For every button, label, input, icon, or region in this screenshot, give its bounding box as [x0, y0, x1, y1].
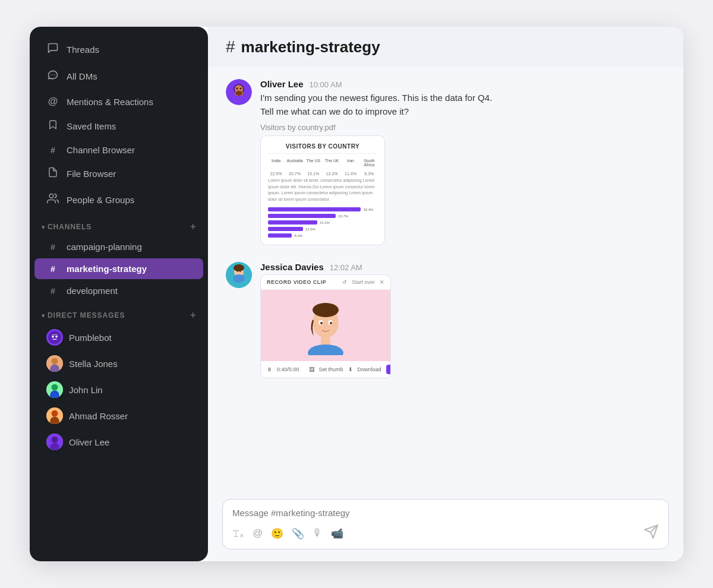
all-dms-label: All DMs [67, 71, 97, 81]
svg-point-37 [320, 322, 323, 324]
channel-hash: # [226, 37, 235, 56]
attachment-icon[interactable]: 📎 [292, 527, 304, 540]
video-time: 0:40/5:00 [277, 366, 299, 372]
svg-point-34 [313, 303, 339, 317]
message-input[interactable] [232, 508, 659, 518]
dm-item-john[interactable]: John Lin [34, 377, 203, 402]
video-clip: RECORD VIDEO CLIP ↺ Start over ✕ [260, 274, 391, 378]
message-oliver-lee: Oliver Lee 10:00 AM I'm sending you the … [226, 79, 665, 245]
channel-campaign-label: campaign-planning [67, 242, 142, 252]
add-channel-button[interactable]: + [190, 222, 196, 232]
file-browser-icon [46, 167, 59, 181]
done-button[interactable]: DONE [386, 365, 391, 374]
dm-chevron-icon: ▾ [42, 312, 45, 319]
pdf-bar-2: 20.7% [268, 214, 377, 218]
msg-sender-jessica: Jessica Davies [260, 262, 324, 272]
channel-browser-label: Channel Browser [67, 145, 135, 155]
svg-point-28 [234, 264, 244, 271]
dm-ahmad-label: Ahmad Rosser [69, 411, 128, 421]
svg-point-24 [240, 88, 241, 89]
sidebar-item-marketing-strategy[interactable]: # marketing-strategy [34, 258, 203, 279]
pdf-bar-5: 8.3% [268, 233, 377, 238]
msg-body-oliver: Oliver Lee 10:00 AM I'm sending you the … [260, 79, 665, 245]
mentions-label: Mentions & Reactions [67, 97, 153, 107]
msg-header-oliver: Oliver Lee 10:00 AM [260, 79, 665, 89]
sidebar-item-file-browser[interactable]: File Browser [34, 162, 203, 186]
mention-icon[interactable]: @ [253, 527, 263, 539]
dm-section-header: ▾ DIRECT MESSAGES + [30, 302, 208, 324]
pdf-data-row: 22.5% 20.7% 15.1% 13.2% 11.4% 8.3% [268, 172, 377, 176]
dm-section-label: DIRECT MESSAGES [48, 311, 125, 320]
avatar-ahmad [46, 407, 63, 424]
sidebar-item-mentions[interactable]: @ Mentions & Reactions [34, 90, 203, 113]
file-browser-label: File Browser [67, 169, 116, 179]
message-input-box: 𝚃ₓ @ 🙂 📎 🎙 📹 [222, 499, 669, 549]
svg-point-38 [330, 322, 332, 324]
dm-oliver-label: Oliver Lee [69, 437, 109, 447]
emoji-icon[interactable]: 🙂 [271, 527, 283, 540]
people-groups-label: People & Groups [67, 195, 134, 205]
message-jessica-davies: Jessica Davies 12:02 AM RECORD VIDEO CLI… [226, 262, 665, 378]
sidebar-item-saved[interactable]: Saved Items [34, 114, 203, 138]
avatar-oliver-msg [226, 79, 252, 105]
pdf-body-text: Lorem ipsum dolor sit amet, consectetur … [268, 178, 377, 203]
people-groups-icon [46, 192, 59, 207]
svg-point-32 [308, 344, 343, 355]
msg-sender-oliver: Oliver Lee [260, 79, 304, 89]
download-icon: ⬇ [348, 366, 353, 372]
threads-label: Threads [67, 45, 99, 55]
svg-point-27 [233, 274, 245, 283]
sidebar: Threads All DMs @ Mentions & Reactions S… [30, 27, 208, 561]
attachment-filename: Visitors by country.pdf [260, 123, 665, 132]
sidebar-item-campaign-planning[interactable]: # campaign-planning [34, 236, 203, 257]
all-dms-icon [46, 69, 59, 84]
messages-area: Oliver Lee 10:00 AM I'm sending you the … [208, 67, 683, 489]
channel-development-label: development [67, 286, 118, 296]
dm-item-pumblebot[interactable]: Pumblebot [34, 325, 203, 350]
pause-icon[interactable]: ⏸ [267, 366, 272, 372]
sidebar-item-all-dms[interactable]: All DMs [34, 64, 203, 89]
send-button[interactable] [643, 524, 659, 543]
hash-icon-development: # [46, 286, 59, 296]
sidebar-item-development[interactable]: # development [34, 280, 203, 301]
close-icon: ✕ [380, 279, 384, 285]
voice-icon[interactable]: 🎙 [313, 527, 323, 539]
pdf-title: VISITORS BY COUNTRY [268, 143, 377, 154]
sidebar-item-threads[interactable]: Threads [34, 37, 203, 62]
video-clip-actions: ↺ Start over ✕ [342, 279, 384, 285]
pdf-preview: VISITORS BY COUNTRY India Australia The … [260, 135, 385, 245]
svg-point-30 [240, 271, 241, 272]
avatar-stella [46, 355, 63, 372]
channel-header: # marketing-strategy [208, 27, 683, 67]
svg-point-3 [55, 336, 58, 338]
dm-item-ahmad[interactable]: Ahmad Rosser [34, 403, 203, 428]
avatar-john [46, 381, 63, 398]
dm-item-oliver[interactable]: Oliver Lee [34, 429, 203, 454]
svg-point-23 [236, 88, 238, 89]
mentions-icon: @ [46, 96, 59, 108]
svg-point-2 [52, 336, 54, 338]
main-content: # marketing-strategy [208, 27, 683, 561]
sidebar-item-people-groups[interactable]: People & Groups [34, 187, 203, 213]
video-controls: ⏸ 0:40/5:00 🖼 Set thumb ⬇ Download DONE [261, 361, 390, 378]
text-format-icon[interactable]: 𝚃ₓ [232, 527, 244, 540]
msg-time-oliver: 10:00 AM [310, 80, 342, 89]
download-label[interactable]: Download [358, 366, 381, 372]
input-toolbar: 𝚃ₓ @ 🙂 📎 🎙 📹 [232, 524, 659, 543]
refresh-icon: ↺ [342, 279, 347, 285]
dm-item-stella[interactable]: Stella Jones [34, 351, 203, 376]
svg-rect-5 [52, 334, 58, 335]
threads-icon [46, 42, 59, 57]
set-thumb-label[interactable]: Set thumb [319, 366, 343, 372]
video-thumbnail [261, 290, 390, 361]
app-container: Threads All DMs @ Mentions & Reactions S… [30, 27, 683, 561]
pdf-bar-1: 33.4% [268, 207, 377, 211]
add-dm-button[interactable]: + [190, 310, 196, 321]
svg-point-16 [52, 437, 58, 443]
video-icon[interactable]: 📹 [331, 527, 343, 540]
sidebar-item-channel-browser[interactable]: # Channel Browser [34, 140, 203, 160]
dm-stella-label: Stella Jones [69, 359, 118, 369]
svg-point-1 [48, 331, 61, 344]
pdf-bar-chart: 33.4% 20.7% 15.2% [268, 207, 377, 238]
saved-label: Saved Items [67, 121, 116, 131]
